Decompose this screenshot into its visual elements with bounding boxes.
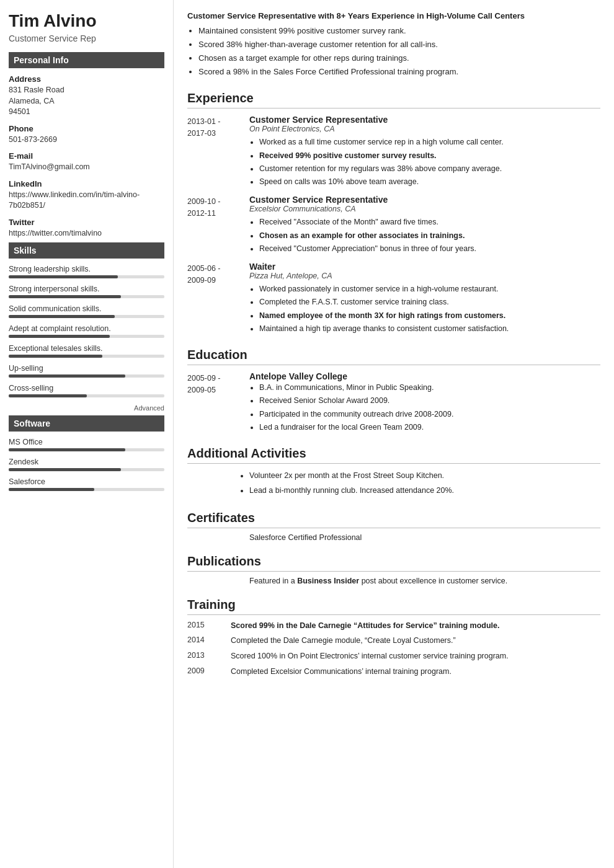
skill-name: Adept at complaint resolution. [9, 324, 164, 333]
exp-content: Customer Service RepresentativeOn Point … [249, 115, 600, 188]
skill-item: Strong leadership skills. [9, 265, 164, 278]
linkedin-label: LinkedIn [9, 179, 164, 188]
training-grid: 2015Scored 99% in the Dale Carnegie “Att… [187, 620, 600, 678]
exp-company: On Point Electronics, CA [249, 125, 600, 133]
software-bar-fill [9, 448, 125, 451]
summary-section: Customer Service Representative with 8+ … [187, 11, 600, 79]
skill-bar-fill [9, 275, 118, 278]
exp-content: Customer Service RepresentativeExcelsior… [249, 195, 600, 255]
experience-list: 2013-01 -2017-03Customer Service Represe… [187, 115, 600, 335]
advanced-label: Advanced [134, 404, 164, 412]
summary-bullet: Chosen as a target example for other rep… [198, 51, 600, 65]
software-list: MS Office Zendesk Salesforce [9, 438, 164, 491]
personal-info-header: Personal Info [9, 52, 164, 68]
edu-school: Antelope Valley College [249, 371, 600, 381]
software-bar-fill [9, 488, 94, 491]
exp-bullet: Worked as a full time customer service r… [259, 136, 600, 149]
education-entry: 2005-09 -2009-05Antelope Valley CollegeB… [187, 371, 600, 434]
software-item: MS Office [9, 438, 164, 451]
exp-bullet: Received "Customer Appreciation" bonus i… [259, 242, 600, 255]
skill-bar-bg [9, 394, 164, 397]
summary-bullets: Maintained consistent 99% positive custo… [198, 24, 600, 79]
training-desc: Completed the Dale Carnegie module, “Cre… [231, 635, 600, 647]
exp-date: 2009-10 -2012-11 [187, 195, 249, 255]
linkedin-value: https://www.linkedin.com/in/tim-alvino-7… [9, 190, 164, 211]
training-year: 2014 [187, 635, 225, 647]
education-section-title: Education [187, 348, 600, 365]
training-year: 2013 [187, 650, 225, 662]
certificates-section-title: Certificates [187, 511, 600, 528]
skill-bar-bg [9, 355, 164, 358]
skill-bar-fill [9, 315, 115, 318]
software-bar-bg [9, 488, 164, 491]
exp-bullet: Worked passionately in customer service … [259, 283, 600, 296]
skill-bar-fill [9, 335, 110, 338]
experience-entry: 2013-01 -2017-03Customer Service Represe… [187, 115, 600, 188]
skill-bar-fill [9, 374, 125, 378]
address-label: Address [9, 74, 164, 84]
exp-bullet: Received "Associate of the Month" award … [259, 216, 600, 229]
skill-bar-bg [9, 295, 164, 298]
activity-item: Lead a bi-monthly running club. Increase… [249, 484, 600, 498]
main-content: Customer Service Representative with 8+ … [174, 0, 614, 868]
exp-company: Pizza Hut, Antelope, CA [249, 272, 600, 280]
edu-content: Antelope Valley CollegeB.A. in Communica… [249, 371, 600, 434]
summary-headline: Customer Service Representative with 8+ … [187, 11, 600, 20]
candidate-job-title: Customer Service Rep [9, 33, 164, 43]
skill-name: Exceptional telesales skills. [9, 344, 164, 353]
edu-bullet: Received Senior Scholar Award 2009. [259, 394, 600, 407]
summary-bullet: Scored a 98% in the Sales Force Certifie… [198, 65, 600, 79]
exp-bullet: Chosen as an example for other associate… [259, 229, 600, 242]
skill-item: Cross-selling [9, 384, 164, 397]
training-desc: Scored 100% in On Point Electronics’ int… [231, 650, 600, 662]
software-item: Salesforce [9, 477, 164, 491]
exp-job-title: Customer Service Representative [249, 115, 600, 125]
exp-company: Excelsior Communications, CA [249, 205, 600, 213]
training-year: 2009 [187, 666, 225, 678]
address-value: 831 Rasle RoadAlameda, CA94501 [9, 85, 164, 118]
email-label: E-mail [9, 151, 164, 161]
skill-item: Up-selling [9, 364, 164, 378]
activity-item: Volunteer 2x per month at the Frost Stre… [249, 469, 600, 484]
skill-name: Up-selling [9, 364, 164, 373]
training-year: 2015 [187, 620, 225, 632]
exp-bullets: Worked as a full time customer service r… [259, 136, 600, 188]
exp-bullet: Speed on calls was 10% above team averag… [259, 175, 600, 188]
exp-date: 2005-06 -2009-09 [187, 262, 249, 335]
exp-job-title: Waiter [249, 262, 600, 272]
summary-bullet: Scored 38% higher-than-average customer … [198, 38, 600, 51]
skill-name: Strong leadership skills. [9, 265, 164, 273]
skills-list: Strong leadership skills. Strong interpe… [9, 265, 164, 397]
education-list: 2005-09 -2009-05Antelope Valley CollegeB… [187, 371, 600, 434]
skill-item: Strong interpersonal skills. [9, 285, 164, 298]
edu-bullets: B.A. in Communications, Minor in Public … [259, 381, 600, 434]
twitter-label: Twitter [9, 218, 164, 227]
twitter-value: https://twitter.com/timalvino [9, 228, 164, 239]
skill-bar-fill [9, 295, 121, 298]
software-item: Zendesk [9, 458, 164, 471]
certificate-value: Salesforce Certified Professional [249, 533, 600, 542]
sidebar: Tim Alvino Customer Service Rep Personal… [0, 0, 174, 868]
edu-bullet: Led a fundraiser for the local Green Tea… [259, 421, 600, 434]
exp-content: WaiterPizza Hut, Antelope, CAWorked pass… [249, 262, 600, 335]
software-name: Salesforce [9, 477, 164, 486]
edu-date: 2005-09 -2009-05 [187, 371, 249, 434]
software-name: Zendesk [9, 458, 164, 466]
exp-bullet: Named employee of the month 3X for high … [259, 309, 600, 322]
skill-bar-bg [9, 374, 164, 378]
training-desc: Completed Excelsior Communications’ inte… [231, 666, 600, 678]
exp-date: 2013-01 -2017-03 [187, 115, 249, 188]
skill-item: Adept at complaint resolution. [9, 324, 164, 338]
exp-bullet: Received 99% positive customer survey re… [259, 149, 600, 162]
software-bar-bg [9, 448, 164, 451]
experience-entry: 2009-10 -2012-11Customer Service Represe… [187, 195, 600, 255]
email-value: TimTAlvino@gmail.com [9, 162, 164, 173]
skill-bar-bg [9, 275, 164, 278]
training-desc: Scored 99% in the Dale Carnegie “Attitud… [231, 620, 600, 632]
exp-bullet: Customer retention for my regulars was 3… [259, 162, 600, 175]
skills-header: Skills [9, 242, 164, 259]
skill-name: Solid communication skills. [9, 304, 164, 313]
software-bar-bg [9, 468, 164, 471]
software-header: Software [9, 415, 164, 432]
phone-value: 501-873-2669 [9, 135, 164, 146]
